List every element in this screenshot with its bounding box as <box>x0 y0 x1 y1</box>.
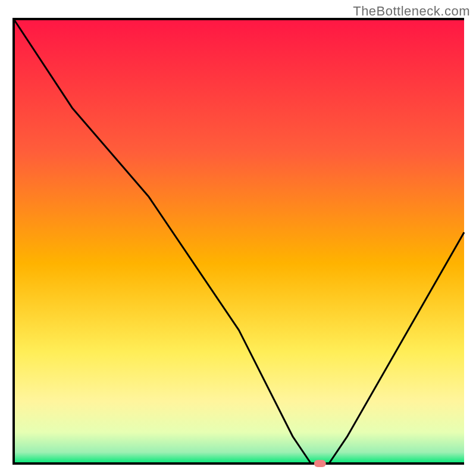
optimal-marker <box>314 460 326 467</box>
watermark-text: TheBottleneck.com <box>353 4 470 19</box>
bottleneck-chart <box>0 0 476 476</box>
gradient-background <box>14 19 464 464</box>
chart-frame: TheBottleneck.com <box>0 0 476 476</box>
